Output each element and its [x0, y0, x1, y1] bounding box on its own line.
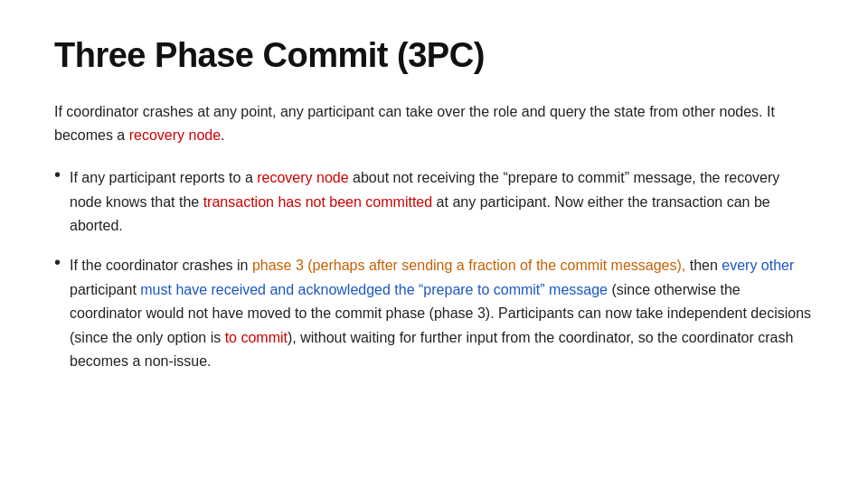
page-title: Three Phase Commit (3PC): [54, 36, 814, 75]
bullet-text-2: If the coordinator crashes in phase 3 (p…: [70, 254, 814, 373]
b2-every-other: every other: [722, 258, 794, 273]
bullet-list: • If any participant reports to a recove…: [54, 166, 814, 373]
b2-phase3: phase 3 (perhaps after sending a fractio…: [252, 258, 685, 273]
b1-normal-1: If any participant reports to a: [70, 170, 257, 185]
b1-recovery-node: recovery node: [257, 170, 348, 185]
bullet-item-2: • If the coordinator crashes in phase 3 …: [54, 254, 814, 373]
b2-normal-2: then: [685, 258, 722, 273]
b2-to-commit: to commit: [225, 330, 288, 345]
bullet-text-1: If any participant reports to a recovery…: [70, 166, 814, 238]
intro-recovery-node: recovery node: [129, 127, 221, 143]
b2-must-have-received: must have received and acknowledged the …: [140, 282, 608, 297]
bullet-item-1: • If any participant reports to a recove…: [54, 166, 814, 238]
b2-normal-1: If the coordinator crashes in: [70, 258, 252, 273]
bullet-dot-2: •: [54, 252, 61, 273]
intro-text-part2: .: [221, 127, 224, 143]
b2-normal-3: participant: [70, 282, 140, 297]
bullet-dot-1: •: [54, 164, 61, 185]
intro-paragraph: If coordinator crashes at any point, any…: [54, 100, 814, 146]
b1-transaction-not-committed: transaction has not been committed: [203, 194, 432, 210]
